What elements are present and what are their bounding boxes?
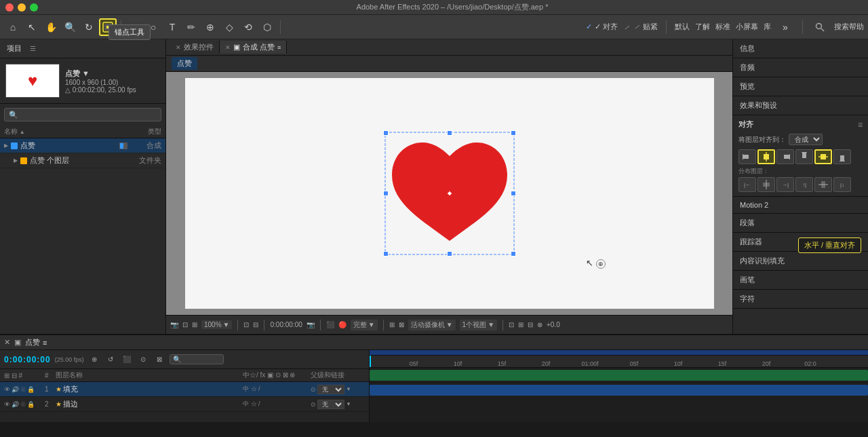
tracker-section[interactable]: 跟踪器 (733, 233, 868, 252)
timeline-search-input[interactable] (170, 354, 224, 364)
vis-icon[interactable]: 👁 (4, 386, 10, 393)
3d-renderer[interactable]: ⊡ (509, 321, 514, 328)
solo-icon[interactable]: ☉ (20, 386, 26, 393)
view-dropdown[interactable]: 活动摄像机 ▼ (408, 320, 456, 330)
handle-tc[interactable] (447, 130, 452, 136)
smallscreen-workspace[interactable]: 小屏幕 (736, 22, 758, 32)
align-target-select[interactable]: 合成 图层 选区 (789, 134, 823, 145)
camera-shutter[interactable]: 📷 (307, 321, 315, 328)
audio-section[interactable]: 音频 (733, 58, 868, 77)
eraser-tool[interactable]: ◇ (220, 18, 238, 36)
list-item[interactable]: ▶ 点赞 合成 (0, 138, 165, 153)
preview-section[interactable]: 预览 (733, 77, 868, 96)
close-icon[interactable]: ✕ (176, 44, 181, 51)
dist-right-btn[interactable]: →| (776, 177, 794, 192)
select-tool[interactable]: ↖ (23, 18, 41, 36)
quality-dropdown[interactable]: 完整 ▼ (351, 320, 378, 330)
region-of-interest[interactable]: ⊟ (253, 321, 258, 328)
vis-icon2[interactable]: 👁 (4, 401, 10, 408)
tl-ctrl-4[interactable]: ⊙ (137, 354, 149, 366)
tl-ctrl-2[interactable]: ↺ (104, 354, 117, 366)
align-left-btn[interactable] (738, 149, 756, 164)
layer1-parent-select[interactable]: 无 (317, 385, 344, 394)
close-button[interactable] (5, 3, 14, 12)
align-center-h-btn[interactable] (757, 149, 775, 164)
comp-tab-menu[interactable]: ≡ (277, 44, 281, 51)
home-tool[interactable]: ⌂ (4, 18, 22, 36)
snap-toggle[interactable]: ⟋ ⟋ 贴紧 (623, 22, 658, 32)
search-help[interactable] (811, 18, 829, 36)
zoom-tool[interactable]: 🔍 (61, 18, 79, 36)
dist-top-btn[interactable]: ↑| (795, 177, 813, 192)
pixel-aspect[interactable]: ⊠ (399, 321, 404, 328)
handle-bl[interactable] (383, 251, 389, 256)
align-center-v-btn[interactable] (814, 149, 832, 164)
effects-tab[interactable]: ✕ 效果控件 (170, 41, 220, 54)
standard-workspace[interactable]: 标准 (715, 22, 730, 32)
dist-left-btn[interactable]: |← (738, 177, 756, 192)
timeline-layer-row[interactable]: 👁 🔊 ☉ 🔒 2 ★ 描边 中 ☆ / ⊙ 无 ▼ (0, 397, 369, 412)
work-area-bar[interactable] (370, 350, 868, 356)
content-fill-section[interactable]: 内容识别填充 (733, 252, 868, 271)
list-item[interactable]: ▶ 点赞 个图层 文件夹 (0, 153, 165, 168)
project-search-input[interactable] (4, 108, 161, 121)
composition-flowchart[interactable]: ⊞ (518, 321, 524, 328)
expand-icon[interactable]: ▶ (14, 157, 20, 164)
layer-controls-btn[interactable]: ⊞ (389, 321, 395, 328)
brush-tool[interactable]: ✏ (182, 18, 200, 36)
library-workspace[interactable]: 库 (764, 22, 771, 32)
tl-close-btn[interactable]: ✕ (4, 338, 10, 347)
maximize-button[interactable] (30, 3, 38, 12)
minimize-button[interactable] (18, 3, 26, 12)
align-top-btn[interactable] (795, 149, 813, 164)
current-time-display[interactable]: 0:00:00:00 (4, 355, 51, 364)
canvas-viewport[interactable]: ↖ ⊕ (166, 72, 732, 315)
handle-bc[interactable] (447, 251, 452, 256)
adjust-exposure[interactable]: ⊗ (537, 321, 542, 328)
track-row-2[interactable] (370, 383, 868, 398)
reset-exposure[interactable]: ⊟ (528, 321, 533, 328)
align-toggle[interactable]: ✓ ✓ 对齐 (586, 22, 618, 32)
transparency-grid[interactable]: ⬛ (326, 321, 334, 328)
tl-comp-tab[interactable]: 点赞 ≡ (25, 337, 47, 347)
audio-icon2[interactable]: 🔊 (12, 401, 19, 408)
audio-icon[interactable]: 🔊 (12, 386, 19, 393)
puppet-tool[interactable]: ⟲ (239, 18, 257, 36)
handle-ml[interactable] (383, 191, 389, 196)
solo-icon2[interactable]: ☉ (20, 401, 26, 408)
align-menu-icon[interactable]: ≡ (858, 120, 863, 130)
default-workspace[interactable]: 默认 (675, 22, 690, 32)
grid-btn[interactable]: ⊞ (192, 321, 197, 328)
text-tool[interactable]: T (163, 18, 181, 36)
handle-tl[interactable] (383, 130, 389, 136)
more-workspaces[interactable]: » (776, 18, 794, 36)
handle-mr[interactable] (511, 191, 516, 196)
paragraph-section[interactable]: 段落 (733, 214, 868, 233)
snapshot-btn[interactable]: 📷 (170, 321, 178, 328)
dist-center-v-btn[interactable] (814, 177, 832, 192)
search-help-label[interactable]: 搜索帮助 (834, 22, 864, 32)
align-right-btn[interactable] (776, 149, 794, 164)
understand-workspace[interactable]: 了解 (695, 22, 710, 32)
expand-icon[interactable]: ▶ (4, 142, 11, 149)
close-icon2[interactable]: ✕ (225, 44, 231, 51)
stamp-tool[interactable]: ⊕ (201, 18, 219, 36)
dist-bottom-btn[interactable]: |↓ (833, 177, 851, 192)
tl-menu-icon[interactable]: ≡ (43, 339, 47, 347)
lock-icon2[interactable]: 🔒 (27, 401, 35, 408)
heart-layer[interactable] (382, 129, 517, 258)
project-tab[interactable]: 项目 (4, 42, 24, 55)
timeline-ruler[interactable]: 0 05f 10f 15f 20f 01:00f 05f 10f 15f 20f… (370, 356, 868, 368)
zoom-dropdown[interactable]: 100% ▼ (201, 320, 232, 329)
info-section[interactable]: 信息 (733, 39, 868, 58)
handle-tr[interactable] (511, 130, 516, 136)
handle-br[interactable] (511, 251, 516, 256)
dist-center-h-btn[interactable] (757, 177, 775, 192)
align-bottom-btn[interactable] (833, 149, 851, 164)
effects-presets-section[interactable]: 效果和预设 (733, 96, 868, 115)
tl-ctrl-1[interactable]: ⊕ (88, 354, 100, 366)
lock-icon[interactable]: 🔒 (27, 386, 35, 393)
timeline-layer-row[interactable]: 👁 🔊 ☉ 🔒 1 ★ 填充 中 ☆ / ⊙ 无 ▼ (0, 382, 369, 397)
motion2-section[interactable]: Motion 2 (733, 197, 868, 214)
tl-render-btn[interactable]: ▣ (14, 338, 21, 347)
